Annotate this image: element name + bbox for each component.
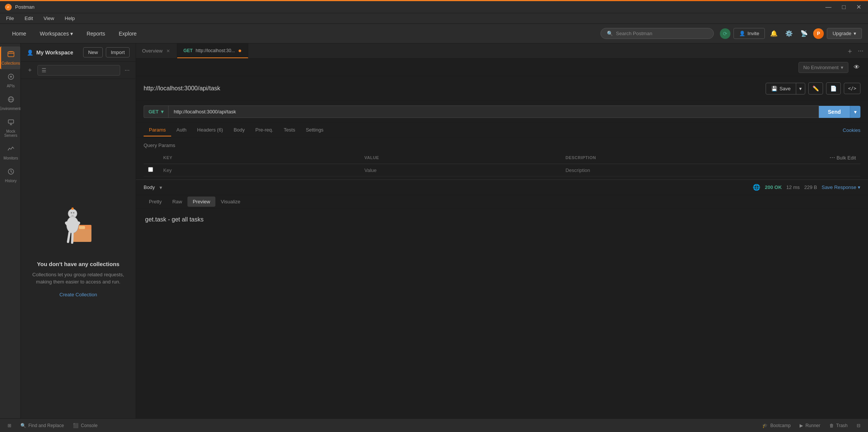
search-bar[interactable]: 🔍 Search Postman [600,28,714,39]
resp-tab-preview[interactable]: Preview [187,197,215,207]
monitors-icon [7,145,15,155]
sidebar-item-label: APIs [7,84,15,88]
req-tab-auth[interactable]: Auth [171,124,192,136]
search-icon: 🔍 [607,31,613,36]
upgrade-button[interactable]: Upgrade ▾ [827,28,862,39]
svg-point-15 [71,207,74,210]
save-button[interactable]: 💾 Save [766,83,796,94]
param-checkbox[interactable] [148,167,153,172]
console-icon: ⬛ [73,423,79,428]
find-replace-button[interactable]: 🔍 Find and Replace [19,421,65,430]
req-tab-headers[interactable]: Headers (6) [192,124,229,136]
svg-point-14 [73,212,74,214]
response-tabs: Pretty Raw Preview Visualize [136,195,868,209]
resp-tab-pretty[interactable]: Pretty [144,197,167,207]
nav-workspaces[interactable]: Workspaces ▾ [34,28,79,40]
close-button[interactable]: ✕ [854,3,863,11]
avatar[interactable]: P [813,28,824,39]
value-column-header: VALUE [360,151,561,164]
param-key-input[interactable] [163,167,355,173]
sidebar-icons: Collections APIs Environments [0,43,21,418]
nav-home[interactable]: Home [6,28,32,40]
sidebar-item-environments[interactable]: Environments [0,92,20,115]
bootcamp-button[interactable]: 🎓 Bootcamp [761,421,792,430]
tab-overview-close[interactable]: ✕ [166,48,171,54]
menu-view[interactable]: View [42,14,56,23]
sidebar-item-label: Monitors [3,156,18,160]
nav-reports[interactable]: Reports [80,28,111,40]
response-toggle-button[interactable]: ▾ [159,184,162,190]
mock-servers-icon [7,118,15,128]
svg-point-13 [71,212,72,214]
create-collection-link[interactable]: Create Collection [59,292,97,297]
req-tab-params[interactable]: Params [144,124,171,136]
method-select[interactable]: GET ▾ [144,105,168,118]
console-button[interactable]: ⬛ Console [71,421,99,430]
sidebar-panel: 👤 My Workspace New Import ＋ ☰ ··· [21,43,136,418]
sync-icon[interactable]: ⟳ [720,28,730,39]
split-pane-button[interactable]: ⊟ [855,421,862,430]
tab-overview[interactable]: Overview ✕ [136,43,177,58]
save-dropdown-button[interactable]: ▾ [796,83,805,94]
eye-icon[interactable]: 👁 [851,62,862,73]
maximize-button[interactable]: □ [840,3,848,11]
chevron-down-icon: ▾ [841,65,843,70]
settings-icon[interactable]: ⚙️ [783,28,795,39]
bootcamp-icon: 🎓 [762,423,768,428]
add-tab-button[interactable]: ＋ [845,45,855,57]
param-description-input[interactable] [565,167,757,173]
menu-file[interactable]: File [5,14,15,23]
layout-toggle-button[interactable]: ⊞ [6,421,13,430]
nav-explore[interactable]: Explore [113,28,142,40]
minimize-button[interactable]: — [823,3,834,11]
sidebar-item-collections[interactable]: Collections [0,46,20,69]
send-button[interactable]: Send [819,106,850,118]
webhook-icon[interactable]: 📡 [798,28,810,39]
cookies-link[interactable]: Cookies [843,127,860,133]
sidebar-item-apis[interactable]: APIs [0,69,20,92]
documentation-button[interactable]: 📄 [826,82,841,94]
response-body-label: Body [144,184,155,190]
url-input[interactable] [168,105,819,118]
params-more-button[interactable]: ··· [829,153,835,161]
tab-more-button[interactable]: ··· [856,45,865,56]
chevron-down-icon: ▾ [161,109,164,115]
settings-wrapper: ⚙️ [783,28,795,39]
add-collection-button[interactable]: ＋ [25,65,34,76]
trash-button[interactable]: 🗑 Trash [828,421,849,430]
resp-tab-raw[interactable]: Raw [167,197,187,207]
invite-button[interactable]: 👤 Invite [733,28,765,39]
sidebar-item-mock-servers[interactable]: Mock Servers [0,115,20,141]
menu-help[interactable]: Help [63,14,76,23]
response-status: 200 OK [765,184,782,190]
nav-bar: Home Workspaces ▾ Reports Explore 🔍 Sear… [0,24,868,43]
req-tab-prereq[interactable]: Pre-req. [250,124,279,136]
tab-request[interactable]: GET http://localhost:30... ● [177,43,248,58]
req-tab-tests[interactable]: Tests [279,124,300,136]
app-title: Postman [15,4,34,10]
req-tab-settings[interactable]: Settings [300,124,329,136]
menu-bar: File Edit View Help [0,13,868,24]
resp-tab-visualize[interactable]: Visualize [215,197,246,207]
sidebar-item-monitors[interactable]: Monitors [0,141,20,164]
import-button[interactable]: Import [106,47,130,57]
params-table: KEY VALUE DESCRIPTION ··· Bulk Edit [144,151,860,177]
edit-button[interactable]: ✏️ [808,82,823,94]
more-options-button[interactable]: ··· [123,65,131,75]
collection-search-input[interactable] [49,67,116,73]
sidebar-item-history[interactable]: History [0,164,20,187]
menu-edit[interactable]: Edit [23,14,34,23]
bulk-edit-button[interactable]: Bulk Edit [837,155,856,161]
code-button[interactable]: </> [844,83,860,94]
no-environment-select[interactable]: No Environment ▾ [798,62,848,73]
notifications-icon[interactable]: 🔔 [768,28,780,39]
runner-button[interactable]: ▶ Runner [798,421,822,430]
save-response-button[interactable]: Save Response ▾ [822,184,860,190]
new-button[interactable]: New [83,47,103,57]
send-dropdown-button[interactable]: ▾ [850,106,860,118]
save-icon: 💾 [771,86,777,91]
environments-icon [7,96,15,105]
response-size: 229 B [804,184,817,190]
req-tab-body[interactable]: Body [228,124,250,136]
param-value-input[interactable] [364,167,556,173]
